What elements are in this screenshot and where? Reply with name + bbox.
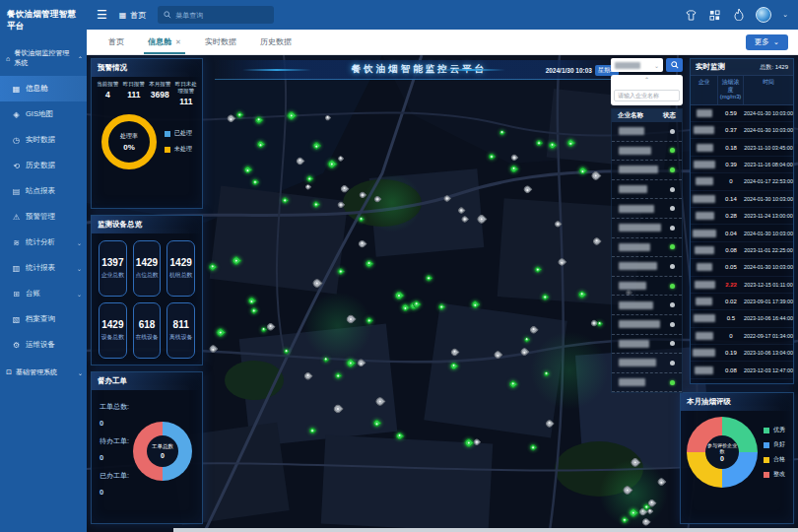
sidebar-item-3[interactable]: ◷实时数据 [0, 127, 87, 153]
device-stat-card-3[interactable]: 1429机组总数 [166, 240, 195, 297]
realtime-row[interactable]: 0.182023-11-10 03:45:00 [691, 139, 793, 156]
device-stat-card-5[interactable]: 618在线设备 [133, 302, 162, 359]
sidebar-group-monitoring[interactable]: ⌂ 餐饮油烟监控管理系统 ⌃ [0, 42, 87, 76]
user-avatar[interactable] [756, 7, 771, 23]
tab-3[interactable]: 实时数据 [193, 30, 248, 54]
chevron-down-icon[interactable]: ⌄ [782, 11, 788, 19]
company-row[interactable] [612, 315, 682, 335]
company-row[interactable] [612, 219, 682, 238]
device-stat-card-2[interactable]: 1429点位总数 [133, 240, 162, 297]
company-row[interactable] [612, 335, 682, 355]
realtime-row[interactable]: 0.082023-11-01 22:25:00 [691, 242, 793, 259]
sidebar-item-8[interactable]: ▥统计报表⌄ [0, 255, 87, 281]
redacted-company-name [691, 177, 718, 185]
realtime-row[interactable]: 02024-01-17 22:53:00 [691, 173, 793, 190]
company-list: 企业名称 状态 [611, 108, 683, 393]
realtime-row[interactable]: 0.082023-12-03 12:47:00 [691, 362, 793, 378]
alarm-stat-value: 111 [121, 90, 148, 100]
company-row[interactable] [612, 373, 682, 393]
workorder-panel: 督办工单 工单总数:0待办工单:0已办工单:0 工单总数 0 [91, 371, 203, 524]
tab-4[interactable]: 历史数据 [248, 30, 303, 54]
realtime-row[interactable]: 0.042024-01-30 10:03:00 [691, 225, 793, 241]
realtime-row[interactable]: 0.372024-01-30 10:03:00 [691, 122, 793, 139]
sidebar-item-7[interactable]: ≋统计分析⌄ [0, 230, 87, 255]
theme-icon[interactable] [685, 9, 698, 22]
company-row[interactable] [612, 142, 682, 162]
redacted-company-name [691, 161, 718, 168]
search-button[interactable] [666, 58, 683, 72]
company-name-input[interactable] [614, 90, 680, 101]
reading-time: 2023-12-03 12:47:00 [744, 367, 793, 373]
alarm-stat-value: 4 [95, 90, 121, 100]
device-cards: 1397企业总数1429点位总数1429机组总数1429设备总数618在线设备8… [92, 233, 202, 366]
tab-1[interactable]: 首页 [97, 30, 136, 54]
company-row[interactable] [612, 257, 682, 277]
menu-search-box[interactable] [158, 6, 274, 24]
sidebar-item-5[interactable]: ▤站点报表 [0, 178, 87, 204]
horizontal-scrollbar[interactable] [173, 528, 798, 532]
status-dot-offline [670, 129, 675, 134]
redacted-company-name [619, 320, 660, 328]
realtime-row[interactable]: 0.052024-01-30 10:03:00 [691, 259, 793, 276]
workorder-panel-title: 督办工单 [92, 372, 202, 390]
menu-search-input[interactable] [175, 12, 268, 19]
reading-time: 2023-11-16 08:04:00 [744, 162, 793, 167]
map-date-text: 2024/1/30 10:03 [546, 67, 592, 74]
device-stat-card-1[interactable]: 1397企业总数 [99, 240, 127, 297]
sidebar-item-9[interactable]: ⊞台账⌄ [0, 281, 87, 306]
site-report-icon: ▤ [12, 187, 21, 196]
donut-center-label: 处理率 [120, 132, 138, 141]
realtime-row[interactable]: 0.592024-01-30 10:03:00 [691, 105, 793, 122]
realtime-row[interactable]: 0.282023-11-24 13:00:00 [691, 208, 793, 225]
sidebar-item-4[interactable]: ⟲历史数据 [0, 153, 87, 178]
more-button[interactable]: 更多 ⌄ [746, 34, 788, 50]
company-row[interactable] [612, 277, 682, 297]
redacted-chip [693, 349, 715, 357]
sidebar-item-2[interactable]: ◈GIS地图 [0, 101, 87, 127]
redacted-chip [697, 109, 712, 117]
company-row[interactable] [612, 199, 682, 219]
realtime-row[interactable]: 0.142024-01-30 10:03:00 [691, 191, 793, 208]
close-icon[interactable]: ✕ [175, 38, 181, 46]
sidebar-item-label: 台账 [26, 289, 40, 299]
realtime-row[interactable]: 0.192023-10-06 13:04:00 [691, 345, 793, 362]
device-stat-card-4[interactable]: 1429设备总数 [99, 302, 127, 359]
sidebar-item-6[interactable]: ⚠预警管理 [0, 204, 87, 230]
process-rate-donut: 处理率 0% [101, 114, 157, 169]
redacted-chip [695, 281, 715, 289]
flame-icon[interactable] [732, 9, 745, 22]
legend-swatch [764, 442, 769, 448]
sidebar-group-base-system[interactable]: ⊡ 基础管理系统 ⌄ [0, 362, 87, 385]
collapse-caret[interactable]: ⌃ [614, 77, 680, 84]
redacted-chip [696, 332, 713, 340]
realtime-row[interactable]: 0.392023-11-16 08:04:00 [691, 157, 793, 173]
realtime-row[interactable]: 2.222023-12-15 01:11:00 [691, 277, 793, 294]
company-row[interactable] [612, 238, 682, 258]
sidebar-group-label: 基础管理系统 [16, 367, 57, 377]
company-row[interactable] [612, 161, 682, 180]
company-row[interactable] [612, 296, 682, 315]
concentration-value: 0.19 [718, 350, 744, 356]
sidebar-item-10[interactable]: ▧档案查询 [0, 306, 87, 332]
hamburger-menu-icon[interactable]: ☰ [97, 9, 107, 21]
sidebar-item-1[interactable]: ▦信息舱 [0, 76, 87, 101]
company-row[interactable] [612, 180, 682, 200]
company-row[interactable] [612, 122, 682, 142]
nav-home-link[interactable]: ▦ 首页 [119, 10, 147, 21]
alarm-legend: 已处理未处理 [165, 129, 192, 154]
area-select[interactable]: ⌄ [611, 58, 663, 72]
realtime-row[interactable]: 0.022023-09-01 17:39:00 [691, 294, 793, 310]
realtime-panel-title: 实时监测 [696, 62, 725, 72]
concentration-value: 0.28 [718, 213, 744, 219]
device-stat-label: 离线设备 [169, 333, 192, 342]
legend-label: 合格 [773, 455, 785, 464]
device-stat-card-6[interactable]: 811离线设备 [166, 302, 195, 359]
realtime-row[interactable]: 0.52023-10-06 16:44:00 [691, 310, 793, 327]
company-row[interactable] [612, 354, 682, 373]
tab-2[interactable]: 信息舱✕ [136, 30, 193, 54]
apps-icon[interactable] [708, 9, 721, 22]
realtime-row[interactable]: 02022-09-17 01:34:00 [691, 328, 793, 345]
app-title: 餐饮油烟管理智慧平台 [0, 0, 87, 42]
alarm-stat-label: 昨日报警 [121, 81, 148, 88]
sidebar-item-11[interactable]: ⚙运维设备 [0, 332, 87, 358]
